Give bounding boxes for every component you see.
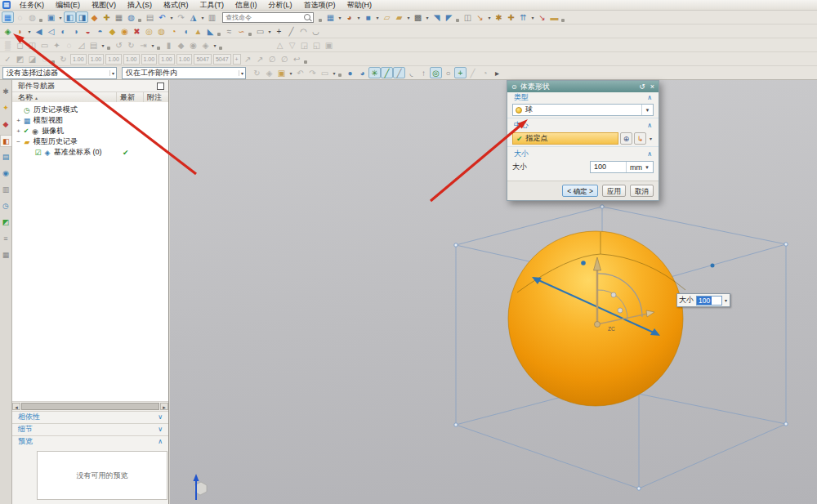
toolbar-icon[interactable]: ▣ [323, 39, 335, 51]
menu-item[interactable]: 格式(R) [158, 1, 194, 9]
sketch-icon[interactable]: ▦ [2, 11, 14, 23]
toolbar-icon[interactable]: ◻ [14, 39, 26, 51]
point-icon[interactable]: + [273, 25, 285, 37]
grid-icon[interactable]: ▦ [113, 11, 125, 23]
specify-point-field[interactable]: ✔ 指定点 [512, 132, 618, 145]
toolbar-icon[interactable]: ◮ [187, 11, 199, 23]
toolbar-icon[interactable]: ╱ [467, 67, 479, 78]
menu-item[interactable]: 视图(V) [86, 1, 122, 9]
toolbar-icon[interactable]: ↻ [125, 39, 137, 51]
toolbar-icon[interactable]: ◕ [356, 67, 368, 78]
tree-expander[interactable]: + [15, 117, 22, 124]
toolbar-icon[interactable]: △ [274, 39, 286, 51]
unit-dropdown[interactable]: mm ▼ [626, 162, 653, 172]
toolbar-icon[interactable]: ✦ [51, 39, 63, 51]
toolbar-overflow-dot[interactable] [456, 19, 459, 22]
menu-item[interactable]: 分析(L) [263, 1, 298, 9]
shaded-display-icon[interactable]: ◧ [64, 11, 76, 23]
close-icon[interactable]: × [650, 83, 654, 91]
toolbar-icon[interactable]: ↻ [57, 53, 69, 65]
toolbar-icon[interactable]: ✚ [505, 11, 517, 23]
rectangle-icon[interactable]: ▭ [254, 25, 266, 37]
app-icon[interactable]: ▦ [2, 1, 11, 9]
reset-icon[interactable]: ↺ [639, 83, 645, 91]
menu-item[interactable]: 插入(S) [122, 1, 158, 9]
tree-row[interactable]: ☑◈基准坐标系 (0)✔ [12, 147, 168, 158]
tree-row[interactable]: +▦模型视图 [12, 115, 168, 126]
toolbar-icon[interactable]: ⇥ [137, 39, 150, 51]
float-panel-icon[interactable] [157, 83, 164, 90]
menu-item[interactable]: 帮助(H) [342, 1, 378, 9]
chevron-down-icon[interactable]: ▾ [648, 136, 654, 141]
datum-csys[interactable] [194, 474, 208, 500]
chevron-down-icon[interactable]: ▼ [641, 105, 653, 115]
size-section-header[interactable]: 大小 ∧ [507, 149, 659, 159]
toolbar-overflow-dot[interactable] [304, 60, 307, 64]
toolbar-icon[interactable]: ▒ [2, 39, 14, 51]
toolbar-icon[interactable]: ◔ [479, 67, 491, 78]
point-inferred-button[interactable]: ↳ [634, 132, 646, 145]
on-canvas-size-input[interactable]: 大小 100 ▾ [676, 293, 730, 307]
toolbar-icon[interactable]: ◈ [263, 67, 275, 78]
section-preview[interactable]: 预览 ∧ [12, 435, 168, 447]
dropdown-arrow-icon[interactable]: ▾ [424, 11, 431, 23]
toolbar-icon[interactable]: ● [344, 67, 356, 78]
toolbar-icon[interactable]: ◿ [75, 39, 87, 51]
midpoint-handle[interactable] [581, 261, 586, 265]
menu-item[interactable]: 编辑(E) [50, 1, 86, 9]
toolbar-icon[interactable]: ▤ [87, 39, 100, 51]
primitive-shapes-icon[interactable]: ◈ [2, 25, 14, 37]
toolbar-icon[interactable]: ↗ [242, 53, 254, 65]
toolbar-icon[interactable]: ▭ [38, 39, 51, 51]
toolbar-icon[interactable]: ◱ [310, 39, 323, 51]
command-finder-input[interactable]: 查找命令 [222, 12, 314, 23]
clipboard-icon[interactable]: ▥ [206, 11, 218, 23]
arc-icon[interactable]: ◠ [297, 25, 310, 37]
dropdown-arrow-icon[interactable]: ▾ [150, 39, 156, 51]
toolbar-icon[interactable]: ◤ [443, 11, 455, 23]
undo-icon[interactable]: ↶ [156, 11, 168, 23]
graphics-viewport[interactable]: ZC 大小 100 ▾ [170, 80, 817, 504]
web-browser-icon[interactable]: ◉ [0, 167, 11, 180]
toolbar-icon[interactable]: ◪ [26, 53, 38, 65]
toolbar-icon[interactable]: ▲ [192, 25, 204, 37]
dropdown-arrow-icon[interactable]: ▾ [405, 11, 412, 23]
toolbar-icon[interactable]: ◁ [45, 25, 57, 37]
toolbar-icon[interactable]: ↗ [254, 53, 266, 65]
dropdown-arrow-icon[interactable]: ▾ [288, 67, 294, 78]
dropdown-arrow-icon[interactable]: ▾ [331, 67, 337, 78]
size-value-selected[interactable]: 100 [697, 297, 712, 305]
toolbar-icon[interactable]: ▩ [412, 11, 424, 23]
toolbar-icon[interactable]: ◕ [343, 11, 355, 23]
revolve-icon[interactable]: ◐ [57, 25, 69, 37]
toolbar-icon[interactable]: ◓ [94, 25, 106, 37]
assembly-navigator-icon[interactable]: ✦ [0, 102, 11, 114]
chevron-up-icon[interactable]: ∧ [647, 94, 652, 101]
toolbar-icon[interactable]: ◑ [69, 25, 82, 37]
toolbar-icon[interactable]: ◡ [310, 25, 322, 37]
toolbar-icon[interactable]: ↘ [536, 11, 548, 23]
dropdown-arrow-icon[interactable]: ▾ [529, 11, 536, 23]
toolbar-icon[interactable]: ◌ [38, 53, 51, 65]
toolbar-icon[interactable]: ✚ [100, 11, 113, 23]
toolbar-overflow-dot[interactable] [219, 47, 222, 50]
toolbar-value-chip[interactable]: 1.00 [105, 54, 122, 65]
toolbar-overflow-dot[interactable] [319, 19, 322, 22]
menu-item[interactable]: 信息(I) [230, 1, 263, 9]
ok-button[interactable]: < 确定 > [562, 185, 598, 197]
section-view-icon[interactable]: ◆ [88, 11, 100, 23]
toolbar-overflow-dot[interactable] [561, 19, 565, 22]
toolbar-icon[interactable]: ◫ [26, 39, 38, 51]
toolbar-icon[interactable]: ↺ [113, 39, 125, 51]
toolbar-value-chip[interactable]: 5047 [213, 54, 231, 65]
center-section-header[interactable]: 中心 ∧ [507, 120, 659, 131]
toolbar-icon[interactable]: ⇈ [517, 11, 529, 23]
extrude-icon[interactable]: ◀ [33, 25, 45, 37]
tree-row[interactable]: +✔◉摄像机 [12, 126, 168, 136]
window-icon[interactable]: ▦ [324, 11, 337, 23]
toolbar-icon[interactable]: ∅ [266, 53, 279, 65]
toolbar-icon[interactable]: ◌ [14, 11, 26, 23]
wireframe-display-icon[interactable]: ▣ [45, 11, 57, 23]
type-dropdown[interactable]: 球 ▼ [512, 104, 654, 116]
chevron-up-icon[interactable]: ∧ [647, 122, 652, 129]
